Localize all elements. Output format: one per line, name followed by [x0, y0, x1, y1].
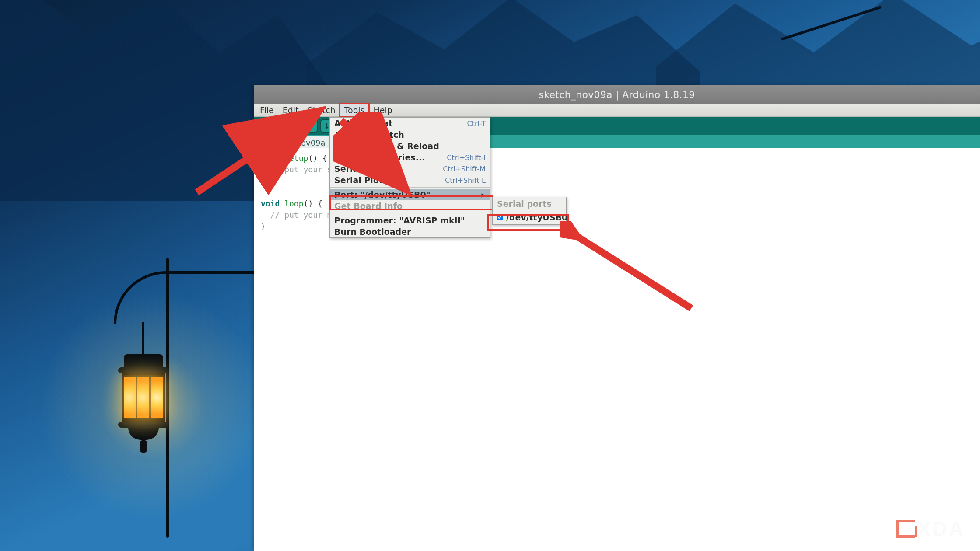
menu-programmer[interactable]: Programmer: "AVRISP mkII"	[330, 215, 490, 226]
menu-manage-libraries[interactable]: Manage Libraries... Ctrl+Shift-I	[330, 152, 490, 163]
arrow-up-icon: ↑	[308, 122, 314, 130]
tools-dropdown: Auto Format Ctrl-T Archive Sketch Fix En…	[329, 117, 490, 238]
arrow-right-icon: →	[276, 122, 283, 130]
menu-file[interactable]: File	[256, 104, 278, 116]
menu-serial-monitor[interactable]: Serial Monitor Ctrl+Shift-M	[330, 163, 490, 174]
desktop-background: sketch_nov09a | Arduino 1.8.19 File Edit…	[0, 0, 980, 551]
menu-separator	[330, 213, 490, 213]
upload-button[interactable]: →	[273, 119, 286, 133]
xda-watermark: XDA	[896, 517, 965, 541]
chevron-right-icon: ▸	[481, 190, 486, 199]
bg-lantern-wire	[142, 322, 144, 357]
port-submenu-header: Serial ports	[493, 197, 566, 210]
menubar: File Edit Sketch Tools Help	[254, 104, 980, 117]
menu-archive-sketch[interactable]: Archive Sketch	[330, 129, 490, 140]
menu-burn-bootloader[interactable]: Burn Bootloader	[330, 226, 490, 237]
window-title: sketch_nov09a | Arduino 1.8.19	[539, 89, 695, 100]
verify-button[interactable]: ✓	[257, 119, 270, 133]
open-button[interactable]: ↑	[304, 119, 318, 133]
menu-separator	[330, 187, 490, 188]
port-submenu: Serial ports /dev/ttyUSB0	[492, 197, 567, 225]
port-option-ttyusb0[interactable]: /dev/ttyUSB0	[493, 210, 566, 224]
menu-fix-encoding[interactable]: Fix Encoding & Reload	[330, 140, 490, 152]
check-icon: ✓	[261, 122, 267, 130]
sketch-tab[interactable]: sketch_nov09a	[258, 136, 334, 148]
arrow-down-icon: ↓	[324, 122, 330, 130]
menu-edit[interactable]: Edit	[278, 104, 303, 116]
menu-serial-plotter[interactable]: Serial Plotter Ctrl+Shift-L	[330, 174, 490, 186]
window-titlebar[interactable]: sketch_nov09a | Arduino 1.8.19	[254, 85, 980, 104]
menu-help[interactable]: Help	[369, 104, 396, 116]
file-icon: ▢	[292, 122, 299, 130]
menu-auto-format[interactable]: Auto Format Ctrl-T	[330, 118, 490, 129]
new-button[interactable]: ▢	[289, 119, 302, 133]
menu-sketch[interactable]: Sketch	[303, 104, 340, 116]
xda-logo-icon	[896, 520, 915, 538]
menu-port[interactable]: Port: "/dev/ttyUSB0" ▸	[330, 189, 490, 200]
port-checkbox[interactable]	[497, 214, 503, 221]
menu-tools[interactable]: Tools	[340, 104, 369, 116]
menu-get-board-info[interactable]: Get Board Info	[330, 200, 490, 212]
bg-lantern	[118, 354, 168, 442]
bg-lantern-arm	[114, 271, 271, 324]
